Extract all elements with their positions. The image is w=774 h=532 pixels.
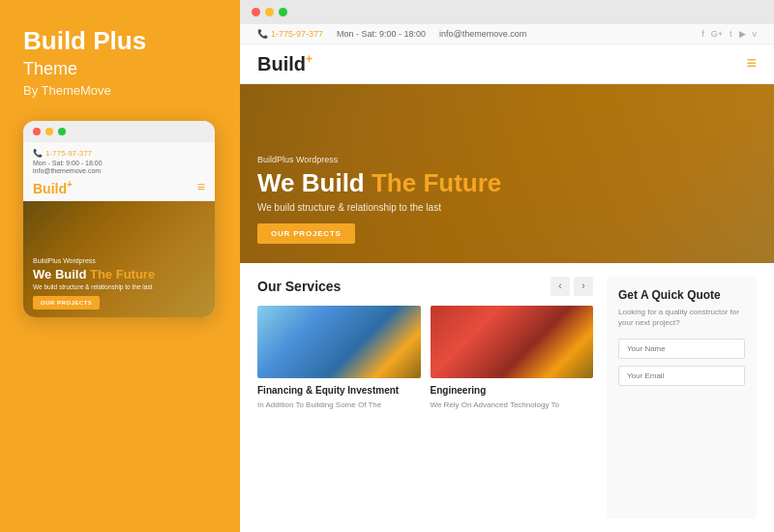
theme-by: By ThemeMove [23, 83, 217, 98]
facebook-icon[interactable]: f [701, 29, 704, 39]
theme-title: Build Plus Theme By ThemeMove [23, 27, 217, 121]
site-logo-text: Build [257, 53, 306, 74]
mobile-hamburger-icon[interactable]: ≡ [197, 179, 205, 194]
mobile-header: 📞 1-775-97-377 Mon - Sat: 9:00 - 18:00 i… [23, 142, 215, 202]
site-hero-title-1: We Build [257, 168, 372, 197]
mobile-hero-sub: We build structure & relationship to the… [33, 283, 205, 290]
mobile-hero: BuildPlus Wordpress We Build The Future … [23, 201, 215, 317]
mobile-logo-text: Build [33, 180, 67, 195]
services-header: Our Services ‹ › [257, 277, 593, 296]
topbar-hours: Mon - Sat: 9:00 - 18:00 [337, 29, 426, 39]
service-card-img-financing [257, 306, 421, 378]
site-nav-hamburger-icon[interactable]: ≡ [746, 53, 757, 74]
site-hero-wp: BuildPlus Wordpress [257, 155, 501, 164]
quote-desc: Looking for a quality constructor for yo… [618, 307, 745, 328]
browser-dot-red [252, 8, 260, 16]
mobile-hero-title: We Build The Future [33, 267, 205, 282]
mobile-hero-title-2: The Future [90, 267, 155, 281]
site-hero-title-2: The Future [372, 168, 501, 197]
services-prev-btn[interactable]: ‹ [551, 277, 570, 296]
topbar-phone: 1-775-97-377 [271, 29, 323, 39]
service-card-img-engineering [431, 306, 594, 378]
phone-icon: 📞 [33, 149, 43, 158]
theme-name: Build Plus [23, 27, 217, 55]
services-nav-btns: ‹ › [551, 277, 593, 296]
quote-sidebar: Get A Quick Quote Looking for a quality … [607, 277, 757, 518]
theme-label: Theme [23, 59, 217, 79]
site-topbar-right: f G+ t ▶ v [701, 29, 757, 39]
mobile-hours: Mon - Sat: 9:00 - 18:00 [33, 160, 205, 166]
site-services: Our Services ‹ › Financing & Equity Inve… [240, 263, 774, 532]
twitter-icon[interactable]: t [729, 29, 732, 39]
service-card-engineering: Engineering We Rely On Advanced Technolo… [431, 306, 594, 410]
site-topbar-phone: 📞 1-775-97-377 [257, 29, 323, 39]
services-cards: Financing & Equity Investment In Additio… [257, 306, 593, 410]
mobile-logo-plus: + [67, 179, 73, 190]
site-hero-btn[interactable]: OUR PROJECTS [257, 223, 355, 244]
service-img-financing-bg [257, 306, 421, 378]
site-logo-plus: + [306, 52, 313, 66]
site-nav: Build+ ≡ [240, 44, 774, 84]
left-panel: Build Plus Theme By ThemeMove 📞 1-775-97… [0, 0, 240, 532]
service-card-title-financing: Financing & Equity Investment [257, 385, 421, 396]
site-topbar-left: 📞 1-775-97-377 Mon - Sat: 9:00 - 18:00 i… [257, 29, 526, 39]
services-title: Our Services [257, 279, 341, 294]
mobile-phone: 1-775-97-377 [45, 149, 92, 158]
services-next-btn[interactable]: › [574, 277, 593, 296]
mobile-dot-yellow [45, 128, 53, 135]
browser-dot-yellow [265, 8, 274, 16]
service-card-desc-financing: In Addition To Building Some Of The [257, 399, 421, 410]
service-img-engineering-bg [431, 306, 594, 378]
topbar-phone-icon: 📞 [257, 29, 268, 39]
mobile-logo: Build+ [33, 179, 73, 196]
service-card-financing: Financing & Equity Investment In Additio… [257, 306, 421, 410]
mobile-hero-overlay: BuildPlus Wordpress We Build The Future … [23, 201, 215, 317]
services-main: Our Services ‹ › Financing & Equity Inve… [257, 277, 593, 518]
mobile-dot-red [33, 128, 41, 135]
browser-dot-green [279, 8, 287, 16]
mobile-hero-title-1: We Build [33, 267, 90, 281]
mobile-chrome [23, 121, 215, 142]
website: 📞 1-775-97-377 Mon - Sat: 9:00 - 18:00 i… [240, 24, 774, 532]
site-logo: Build+ [257, 52, 313, 75]
service-card-desc-engineering: We Rely On Advanced Technology To [431, 399, 594, 410]
site-hero-content: BuildPlus Wordpress We Build The Future … [257, 155, 501, 244]
site-hero-subtitle: We build structure & relationship to the… [257, 202, 501, 213]
youtube-icon[interactable]: ▶ [739, 29, 746, 39]
service-card-title-engineering: Engineering [431, 385, 594, 396]
mobile-phone-row: 📞 1-775-97-377 [33, 149, 205, 158]
browser-chrome [240, 0, 774, 24]
vimeo-icon[interactable]: v [753, 29, 758, 39]
mobile-hero-wp: BuildPlus Wordpress [33, 257, 205, 264]
googleplus-icon[interactable]: G+ [711, 29, 723, 39]
mobile-dot-green [58, 128, 66, 135]
site-hero: BuildPlus Wordpress We Build The Future … [240, 84, 774, 263]
mobile-mockup: 📞 1-775-97-377 Mon - Sat: 9:00 - 18:00 i… [23, 121, 215, 318]
mobile-hero-btn[interactable]: OUR PROJECTS [33, 296, 100, 310]
quote-email-input[interactable] [618, 366, 745, 386]
mobile-email: info@thememove.com [33, 167, 205, 174]
quote-title: Get A Quick Quote [618, 288, 745, 302]
quote-name-input[interactable] [618, 339, 745, 359]
mobile-nav: Build+ ≡ [33, 179, 205, 196]
right-panel: 📞 1-775-97-377 Mon - Sat: 9:00 - 18:00 i… [240, 0, 774, 532]
topbar-email: info@thememove.com [439, 29, 526, 39]
site-topbar: 📞 1-775-97-377 Mon - Sat: 9:00 - 18:00 i… [240, 24, 774, 44]
site-hero-title: We Build The Future [257, 169, 501, 197]
